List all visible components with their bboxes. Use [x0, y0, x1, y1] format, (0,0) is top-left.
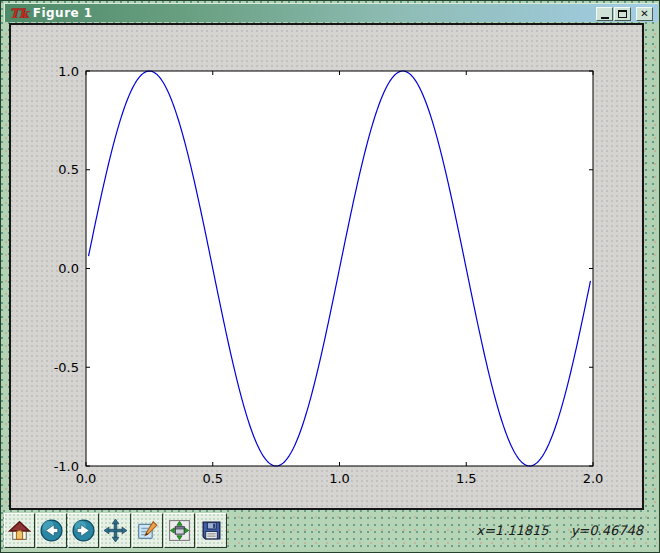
titlebar[interactable]: Tk Figure 1 ✕	[4, 3, 658, 22]
zoom-to-rect-button[interactable]	[132, 513, 163, 548]
y-tick-label: -0.5	[54, 360, 79, 375]
sine-plot: 0.00.51.01.52.0-1.0-0.50.00.51.0	[11, 25, 642, 508]
y-tick-label: 1.0	[58, 64, 79, 79]
maximize-icon	[618, 10, 627, 18]
x-tick-label: 2.0	[583, 471, 604, 486]
minimize-icon	[601, 17, 609, 19]
home-button[interactable]	[4, 513, 35, 548]
cursor-x-readout: x=1.11815	[476, 523, 548, 538]
forward-button[interactable]	[68, 513, 99, 548]
save-icon	[199, 518, 224, 543]
save-button[interactable]	[196, 513, 227, 548]
x-tick-label: 0.5	[202, 471, 223, 486]
x-tick-label: 1.5	[456, 471, 477, 486]
back-button[interactable]	[36, 513, 67, 548]
cursor-coordinates: x=1.11815 y=0.46748	[476, 510, 643, 550]
zoom-to-rect-icon	[135, 518, 160, 543]
y-tick-label: -1.0	[54, 459, 79, 474]
back-icon	[39, 518, 64, 543]
configure-subplots-button[interactable]	[164, 513, 195, 548]
y-tick-label: 0.0	[58, 261, 79, 276]
window-controls: ✕	[595, 7, 653, 21]
subplots-icon	[167, 518, 192, 543]
close-icon: ✕	[640, 9, 648, 19]
close-button[interactable]: ✕	[636, 7, 653, 21]
maximize-button[interactable]	[614, 7, 631, 21]
navigation-toolbar: x=1.11815 y=0.46748	[3, 510, 657, 550]
figure-canvas[interactable]: 0.00.51.01.52.0-1.0-0.50.00.51.0	[9, 23, 644, 510]
x-tick-label: 1.0	[329, 471, 350, 486]
cursor-y-readout: y=0.46748	[571, 523, 643, 538]
home-icon	[7, 518, 32, 543]
forward-icon	[71, 518, 96, 543]
figure-window: Tk Figure 1 ✕ 0.00.51.01.52.0-1.0-0.50.0…	[0, 0, 660, 553]
move-icon	[103, 518, 128, 543]
minimize-button[interactable]	[596, 7, 613, 21]
y-tick-label: 0.5	[58, 162, 79, 177]
pan-button[interactable]	[100, 513, 131, 548]
tk-logo-icon: Tk	[9, 7, 28, 20]
window-title: Figure 1	[33, 6, 93, 20]
